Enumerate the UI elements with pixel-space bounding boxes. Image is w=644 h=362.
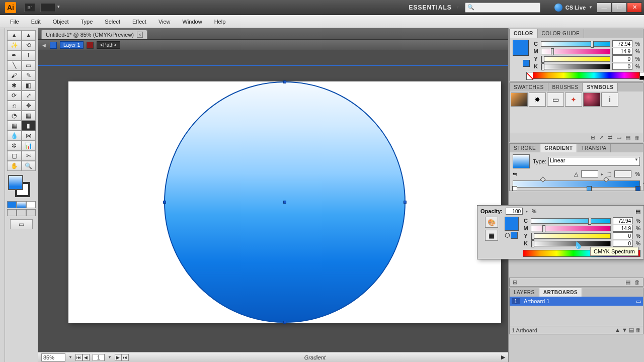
center-point[interactable] (283, 201, 286, 204)
color-swatch[interactable] (513, 40, 529, 56)
menu-file[interactable]: File (4, 19, 25, 25)
tab-artboards[interactable]: ARTBOARDS (539, 288, 582, 297)
lib-icon[interactable]: ⊞ (513, 279, 517, 286)
gradient-preview[interactable] (513, 154, 530, 168)
minimize-button[interactable]: — (597, 3, 612, 13)
perspective-tool[interactable]: ▦ (22, 111, 36, 121)
artboard-nav[interactable]: ⏮◀ (75, 354, 90, 361)
opacity-field[interactable]: 100 (506, 208, 523, 215)
zoom-tool[interactable]: 🔍 (22, 161, 36, 171)
layer-breadcrumb[interactable]: Layer 1 (60, 41, 84, 49)
artboard-tool[interactable]: ▢ (7, 151, 22, 161)
width-tool[interactable]: ⎌ (7, 101, 22, 111)
symbol-pin[interactable]: i (601, 93, 618, 107)
pop-value-black[interactable]: 0 (613, 240, 633, 247)
color-swatch-secondary[interactable] (523, 60, 530, 67)
pop-slider-yellow[interactable] (531, 233, 611, 239)
direct-selection-tool[interactable]: ▲ (22, 30, 36, 40)
gradient-midpoint[interactable] (540, 176, 546, 182)
slider-magenta[interactable] (541, 49, 610, 54)
close-tab-button[interactable]: × (137, 32, 143, 38)
slider-yellow[interactable] (541, 56, 610, 62)
pop-value-magenta[interactable]: 14.9 (613, 225, 633, 232)
paintbrush-tool[interactable]: 🖌 (7, 70, 22, 80)
menu-object[interactable]: Object (47, 19, 75, 25)
shape-builder-tool[interactable]: ◔ (7, 111, 22, 121)
break-link-icon[interactable]: ⇄ (608, 134, 612, 141)
blend-tool[interactable]: ⋈ (22, 131, 36, 141)
move-up-icon[interactable]: ▲ (615, 327, 620, 333)
artboard-name[interactable]: Artboard 1 (524, 298, 549, 304)
tab-stroke[interactable]: STROKE (510, 144, 540, 152)
gradient-tool[interactable]: ▮ (22, 121, 36, 131)
free-transform-tool[interactable]: ✥ (22, 101, 36, 111)
menu-effect[interactable]: Effect (126, 19, 152, 25)
value-magenta[interactable]: 14.9 (612, 48, 632, 55)
symbol-fox[interactable]: ✦ (565, 93, 582, 107)
symbol-sprayer-tool[interactable]: ✲ (7, 141, 22, 151)
new-artboard-icon[interactable]: ▤ (629, 327, 634, 333)
artboard-nav-next[interactable]: ▶⏭ (115, 354, 129, 361)
pen-tool[interactable]: ✒ (7, 50, 22, 60)
selection-tool[interactable]: ▲ (7, 30, 22, 40)
nav-arrow-icon[interactable]: ◄ (41, 42, 47, 48)
bridge-icon[interactable]: Br (24, 3, 35, 12)
document-tab[interactable]: Untitled-1* @ 85% (CMYK/Preview) × (41, 30, 147, 39)
slider-cyan[interactable] (541, 41, 610, 47)
new-icon[interactable]: ▤ (625, 279, 630, 286)
tab-swatches[interactable]: SWATCHES (510, 83, 548, 92)
hand-tool[interactable]: ✋ (7, 161, 22, 171)
symbol-sphere[interactable] (583, 93, 600, 107)
gradient-type-select[interactable]: Linear ▼ (548, 157, 640, 166)
canvas[interactable] (38, 50, 508, 352)
new-symbol-icon[interactable]: ▤ (625, 134, 630, 141)
popout-swatch-secondary[interactable] (511, 232, 518, 239)
menu-edit[interactable]: Edit (25, 19, 47, 25)
slice-tool[interactable]: ✂ (22, 151, 36, 161)
move-down-icon[interactable]: ▼ (622, 327, 627, 333)
value-cyan[interactable]: 72.94 (612, 40, 632, 47)
artboard-index-field[interactable]: 1 (93, 354, 105, 361)
screen-mode-button[interactable]: ▭ (10, 219, 33, 229)
draw-mode-buttons[interactable] (7, 201, 36, 208)
pop-slider-cyan[interactable] (531, 218, 611, 224)
global-icon[interactable]: ⬡ (505, 232, 510, 239)
gradient-stop-start[interactable] (512, 186, 517, 191)
cs-live-button[interactable]: CS Live (562, 5, 589, 11)
magic-wand-tool[interactable]: ✨ (7, 40, 22, 50)
orientation-icon[interactable]: ▭ (636, 298, 641, 305)
color-model-icon[interactable]: 🎨 (485, 217, 498, 228)
artboard[interactable] (68, 81, 501, 323)
slider-black[interactable] (541, 64, 610, 69)
value-yellow[interactable]: 0 (612, 55, 632, 62)
reverse-gradient-icon[interactable]: ⇋ (513, 171, 517, 177)
fill-swatch[interactable] (8, 175, 23, 190)
symbol-lib-icon[interactable]: ⊞ (591, 134, 595, 141)
maximize-button[interactable]: ☐ (612, 3, 627, 13)
panel-menu-icon[interactable]: ▤ (635, 208, 640, 215)
tab-transparency[interactable]: TRANSPA (577, 144, 611, 152)
gradient-angle-field[interactable] (581, 170, 598, 177)
artboard-row[interactable]: 1 Artboard 1 ▭ (510, 297, 643, 306)
rectangle-tool[interactable]: ▭ (22, 60, 36, 70)
symbol-cube[interactable] (511, 93, 528, 107)
place-symbol-icon[interactable]: ↗ (599, 134, 604, 141)
tab-brushes[interactable]: BRUSHES (548, 83, 583, 92)
fill-stroke-control[interactable] (7, 174, 36, 196)
trash-icon[interactable]: 🗑 (634, 279, 640, 285)
graph-tool[interactable]: 📊 (22, 141, 36, 151)
symbol-splat[interactable]: ✸ (529, 93, 546, 107)
anchor-right[interactable] (404, 201, 407, 204)
pop-value-cyan[interactable]: 72.94 (613, 217, 633, 224)
rotate-tool[interactable]: ⟳ (7, 90, 22, 101)
gradient-circle-path[interactable] (164, 81, 406, 323)
gradient-stop-end[interactable] (635, 186, 640, 191)
workspace-switcher[interactable]: ESSENTIALS (405, 4, 455, 11)
arrange-documents-button[interactable] (40, 3, 55, 12)
blob-brush-tool[interactable]: ✱ (7, 80, 22, 90)
pop-slider-magenta[interactable] (531, 226, 611, 231)
value-black[interactable]: 0 (612, 63, 632, 70)
search-field[interactable]: 🔍 (465, 3, 540, 13)
symbol-options-icon[interactable]: ▭ (616, 134, 621, 141)
swatches-grid-icon[interactable]: ▦ (485, 230, 498, 241)
